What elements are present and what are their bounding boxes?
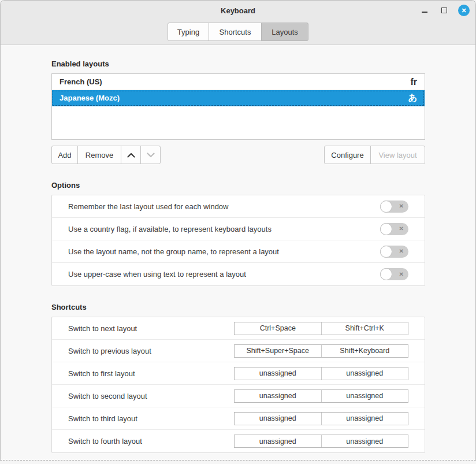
toggle-country-flag[interactable]: ✕	[380, 223, 408, 235]
tab-shortcuts-label: Shortcuts	[220, 28, 251, 36]
move-layout-up-button[interactable]	[121, 146, 141, 164]
keybinding-group: unassigned unassigned	[234, 412, 408, 425]
toggle-knob	[380, 268, 392, 280]
shortcut-row-previous-layout: Switch to previous layout Shift+Super+Sp…	[52, 340, 425, 362]
titlebar[interactable]: Keyboard ✕	[1, 1, 475, 20]
option-label: Use a country flag, if available, to rep…	[68, 225, 380, 233]
option-label: Remember the last layout used for each w…	[68, 202, 380, 211]
toggle-upper-case[interactable]: ✕	[380, 268, 408, 280]
keybinding-cell-2[interactable]: unassigned	[321, 435, 408, 447]
layout-row-french[interactable]: French (US) fr	[52, 74, 425, 90]
chevron-down-icon	[147, 153, 155, 158]
keybinding-cell-1[interactable]: unassigned	[235, 368, 321, 380]
window-resize-edge[interactable]	[0, 460, 476, 464]
shortcut-label: Switch to first layout	[68, 369, 234, 378]
keybinding-cell-1[interactable]: unassigned	[235, 435, 321, 447]
close-button[interactable]: ✕	[458, 5, 470, 16]
options-panel: Remember the last layout used for each w…	[51, 195, 425, 286]
keybinding-group: unassigned unassigned	[234, 435, 408, 448]
shortcut-label: Switch to previous layout	[68, 347, 234, 355]
keybinding-group: unassigned unassigned	[234, 389, 408, 403]
tab-layouts-label: Layouts	[272, 28, 298, 36]
keybinding-cell-2[interactable]: Shift+Ctrl+K	[321, 322, 408, 335]
remove-button-label: Remove	[85, 151, 113, 159]
enabled-layouts-list: French (US) fr Japanese (Mozc) あ	[51, 73, 425, 140]
option-label: Use upper-case when using text to repres…	[68, 270, 380, 279]
toggle-layout-name[interactable]: ✕	[380, 246, 408, 258]
toggle-remember-last-layout[interactable]: ✕	[380, 201, 408, 213]
keybinding-cell-1[interactable]: unassigned	[235, 390, 321, 402]
shortcut-row-next-layout: Switch to next layout Ctrl+Space Shift+C…	[52, 317, 425, 340]
layout-indicator-badge: あ	[408, 92, 417, 103]
option-row-remember-last-layout: Remember the last layout used for each w…	[52, 195, 425, 218]
shortcut-label: Switch to fourth layout	[68, 437, 234, 446]
shortcut-label: Switch to next layout	[68, 324, 234, 333]
shortcut-row-second-layout: Switch to second layout unassigned unass…	[52, 385, 425, 407]
move-layout-down-button[interactable]	[140, 146, 161, 164]
maximize-icon	[441, 8, 447, 13]
toggle-off-x-icon: ✕	[399, 203, 404, 209]
toggle-knob	[380, 201, 392, 213]
window-header: Keyboard ✕ Typing Shortcuts Lay	[1, 1, 475, 45]
keybinding-cell-1[interactable]: unassigned	[235, 413, 321, 425]
tab-layouts[interactable]: Layouts	[261, 23, 308, 41]
add-button-label: Add	[58, 151, 71, 159]
layout-row-japanese[interactable]: Japanese (Mozc) あ	[52, 90, 425, 106]
window-title: Keyboard	[221, 6, 255, 15]
layout-edit-button-group: Add Remove	[51, 146, 161, 164]
close-icon: ✕	[461, 8, 466, 14]
maximize-button[interactable]	[438, 5, 450, 16]
layouts-page: Enabled layouts French (US) fr Japanese …	[1, 45, 475, 453]
enabled-layouts-heading: Enabled layouts	[51, 60, 425, 68]
minimize-button[interactable]	[419, 5, 430, 16]
add-layout-button[interactable]: Add	[51, 146, 78, 164]
shortcuts-panel: Switch to next layout Ctrl+Space Shift+C…	[51, 317, 425, 453]
layout-inspect-button-group: Configure View layout	[324, 146, 425, 164]
keybinding-cell-2[interactable]: unassigned	[321, 390, 408, 402]
shortcut-row-fourth-layout: Switch to fourth layout unassigned unass…	[52, 430, 425, 452]
option-label: Use the layout name, not the group name,…	[68, 247, 380, 256]
toggle-knob	[380, 246, 392, 258]
configure-button[interactable]: Configure	[324, 146, 371, 164]
keybinding-cell-1[interactable]: Ctrl+Space	[235, 322, 321, 335]
layout-indicator-badge: fr	[410, 77, 417, 87]
keybinding-cell-2[interactable]: Shift+Keyboard	[321, 345, 408, 357]
shortcut-row-first-layout: Switch to first layout unassigned unassi…	[52, 362, 425, 385]
shortcut-label: Switch to third layout	[68, 414, 234, 423]
keybinding-group: Ctrl+Space Shift+Ctrl+K	[234, 322, 408, 335]
minimize-icon	[422, 12, 427, 13]
tab-bar: Typing Shortcuts Layouts	[168, 23, 308, 41]
tab-typing[interactable]: Typing	[168, 23, 209, 41]
view-layout-button-label: View layout	[378, 151, 416, 159]
toggle-off-x-icon: ✕	[399, 226, 404, 232]
keybinding-cell-2[interactable]: unassigned	[321, 368, 408, 380]
tab-shortcuts[interactable]: Shortcuts	[209, 23, 262, 41]
keyboard-settings-window: Keyboard ✕ Typing Shortcuts Lay	[0, 0, 476, 460]
keybinding-cell-2[interactable]: unassigned	[321, 413, 408, 425]
option-row-country-flag: Use a country flag, if available, to rep…	[52, 218, 425, 240]
toggle-off-x-icon: ✕	[399, 272, 404, 277]
shortcut-label: Switch to second layout	[68, 392, 234, 400]
toggle-knob	[380, 223, 392, 235]
configure-button-label: Configure	[331, 151, 363, 159]
option-row-upper-case: Use upper-case when using text to repres…	[52, 263, 425, 285]
remove-layout-button[interactable]: Remove	[77, 146, 121, 164]
keybinding-group: unassigned unassigned	[234, 367, 408, 380]
layout-name: French (US)	[60, 77, 102, 86]
keybinding-cell-1[interactable]: Shift+Super+Space	[235, 345, 321, 357]
options-section: Options Remember the last layout used fo…	[51, 181, 425, 286]
layout-list-actions: Add Remove Configure View layout	[51, 146, 425, 164]
window-controls: ✕	[419, 1, 470, 20]
view-layout-button[interactable]: View layout	[370, 146, 425, 164]
shortcuts-heading: Shortcuts	[51, 303, 425, 311]
shortcuts-section: Shortcuts Switch to next layout Ctrl+Spa…	[51, 303, 425, 453]
layout-name: Japanese (Mozc)	[60, 94, 120, 102]
options-heading: Options	[51, 181, 425, 190]
shortcut-row-third-layout: Switch to third layout unassigned unassi…	[52, 407, 425, 430]
toggle-off-x-icon: ✕	[399, 248, 404, 254]
keybinding-group: Shift+Super+Space Shift+Keyboard	[234, 344, 408, 358]
tab-typing-label: Typing	[177, 28, 199, 36]
option-row-layout-name: Use the layout name, not the group name,…	[52, 240, 425, 263]
chevron-up-icon	[127, 153, 135, 158]
